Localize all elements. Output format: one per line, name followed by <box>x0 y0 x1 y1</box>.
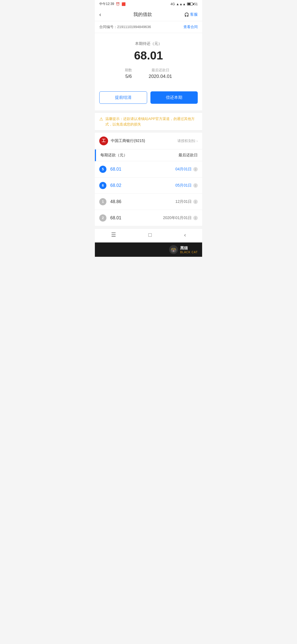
row-date: 04月01日 <box>175 167 192 172</box>
row-date: 12月01日 <box>175 199 192 204</box>
row-date: 05月01日 <box>175 183 192 188</box>
row-date-wrap: 04月01日 i <box>175 167 198 172</box>
amount-section: 本期待还（元） 68.01 期数 5/6 最后还款日 2020.04.01 <box>95 33 202 91</box>
status-bar: 中午12:39 ⏰ 🟥 4G ▲▲▲ 51 <box>95 0 202 8</box>
row-number: 2 <box>99 214 106 222</box>
period-info: 期数 5/6 <box>125 68 132 79</box>
header: ‹ 我的借款 🎧 客服 <box>95 8 202 21</box>
due-date-label: 最后还款日 <box>148 68 172 73</box>
period-label: 期数 <box>125 68 132 73</box>
alarm-icon: ⏰ <box>116 2 120 6</box>
svg-point-8 <box>173 250 174 251</box>
black-cat-logo: 黑猫 BLACK CAT <box>169 245 198 255</box>
service-label: 客服 <box>190 12 198 17</box>
early-repay-button[interactable]: 提前结清 <box>99 91 147 104</box>
svg-point-7 <box>174 249 175 250</box>
time-display: 中午12:39 <box>99 2 114 6</box>
warning-bar: ⚠ 温馨提示：还款请认准钱站APP官方渠道，勿通过其他方式，以免造成您的损失 <box>95 113 202 130</box>
info-circle-icon[interactable]: i <box>193 167 198 171</box>
info-circle-icon[interactable]: i <box>193 183 198 188</box>
warning-text: 温馨提示：还款请认准钱站APP官方渠道，勿通过其他方式，以免造成您的损失 <box>105 116 198 127</box>
row-number: 1 <box>99 198 106 205</box>
info-circle-icon[interactable]: i <box>193 200 198 204</box>
row-date-wrap: 05月01日 i <box>175 183 198 188</box>
table-header: 每期还款（元） 最后还款日 <box>95 149 202 161</box>
action-buttons: 提前结清 偿还本期 <box>95 91 202 110</box>
back-nav-icon[interactable]: ‹ <box>184 232 186 238</box>
black-cat-watermark: 黑猫 BLACK CAT <box>95 242 202 257</box>
repay-now-button[interactable]: 偿还本期 <box>150 91 198 104</box>
amount-info: 期数 5/6 最后还款日 2020.04.01 <box>99 68 198 79</box>
amount-value: 68.01 <box>99 49 198 62</box>
period-value: 5/6 <box>125 74 132 79</box>
battery-level: 51 <box>194 2 198 6</box>
svg-point-1 <box>170 248 177 253</box>
bank-action-label: 请授权划扣 <box>177 138 195 143</box>
warning-icon: ⚠ <box>99 116 103 122</box>
row-amount: 68.01 <box>110 167 172 172</box>
cat-text: 黑猫 BLACK CAT <box>180 246 198 254</box>
battery-icon <box>187 2 193 6</box>
table-row: 1 48.86 12月01日 i <box>95 194 202 210</box>
wifi-signal-icon: ▲▲▲ <box>176 2 186 6</box>
svg-point-6 <box>172 249 173 250</box>
payment-rows: 5 68.01 04月01日 i 6 68.02 05月01日 i 1 48.8… <box>95 161 202 226</box>
row-date-wrap: 2020年01月01日 i <box>163 215 198 220</box>
status-left: 中午12:39 ⏰ 🟥 <box>99 2 126 6</box>
sim-icon: 🟥 <box>122 2 126 6</box>
row-amount: 68.02 <box>110 183 172 188</box>
table-header-left: 每期还款（元） <box>100 153 127 158</box>
home-icon[interactable]: □ <box>148 232 152 238</box>
contract-number: 合同编号：21911101994849636 <box>99 24 151 29</box>
row-number: 5 <box>99 166 106 173</box>
bank-info: 工 中国工商银行(9215) <box>99 137 145 145</box>
row-date-wrap: 12月01日 i <box>175 199 198 204</box>
status-right: 4G ▲▲▲ 51 <box>170 2 198 6</box>
bank-icon: 工 <box>99 137 108 145</box>
due-date-value: 2020.04.01 <box>148 74 172 79</box>
back-button[interactable]: ‹ <box>99 11 101 18</box>
bank-action[interactable]: 请授权划扣 › <box>177 138 198 143</box>
row-date: 2020年01月01日 <box>163 215 192 220</box>
menu-icon[interactable]: ☰ <box>111 231 116 238</box>
bank-name: 中国工商银行(9215) <box>111 138 145 143</box>
info-circle-icon[interactable]: i <box>193 216 198 220</box>
chevron-right-icon: › <box>196 139 198 143</box>
amount-label: 本期待还（元） <box>99 41 198 46</box>
row-amount: 48.86 <box>110 199 172 204</box>
table-row: 6 68.02 05月01日 i <box>95 178 202 194</box>
bank-row[interactable]: 工 中国工商银行(9215) 请授权划扣 › <box>95 133 202 149</box>
table-row: 2 68.01 2020年01月01日 i <box>95 210 202 226</box>
headset-icon: 🎧 <box>184 12 189 17</box>
signal-icon: 4G <box>170 2 175 6</box>
cat-chinese-text: 黑猫 <box>180 246 198 251</box>
page-title: 我的借款 <box>133 11 152 18</box>
table-header-right: 最后还款日 <box>178 153 198 158</box>
bottom-nav: ☰ □ ‹ <box>95 228 202 242</box>
contract-bar: 合同编号：21911101994849636 查看合同 <box>95 21 202 33</box>
table-row: 5 68.01 04月01日 i <box>95 161 202 178</box>
row-amount: 68.01 <box>110 215 159 220</box>
cat-english-text: BLACK CAT <box>180 251 198 254</box>
due-date-info: 最后还款日 2020.04.01 <box>148 68 172 79</box>
row-number: 6 <box>99 182 106 189</box>
view-contract-link[interactable]: 查看合同 <box>183 24 198 29</box>
customer-service-button[interactable]: 🎧 客服 <box>184 12 198 17</box>
black-cat-icon <box>169 245 178 255</box>
